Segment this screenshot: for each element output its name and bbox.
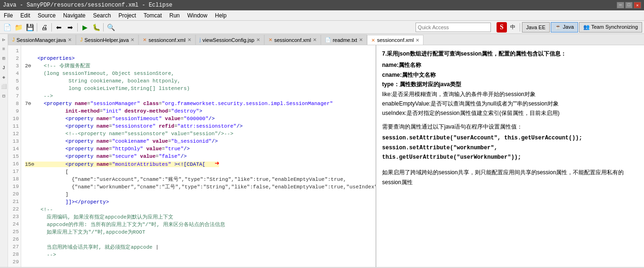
save-button[interactable]: 💾 [24,22,35,32]
tab-readme[interactable]: 📄 readme.txt ✕ [321,34,367,45]
tab-viewsessionconfig[interactable]: j viewSessionConfig.jsp ✕ [196,34,264,45]
eclipse-logo: S [497,22,507,32]
tab-icon-viewsessionconfig: j [200,37,201,42]
code-line-10: <property name="sessionstore" refid="att… [25,123,243,129]
menu-tomcat[interactable]: Tomcat [140,10,166,20]
tab-close-readme[interactable]: ✕ [359,37,363,42]
code-editor-pane: 1234567891011121314151617181920212223242… [8,45,375,267]
tab-sessionconf-1[interactable]: ✕ sessionconf.xml ✕ [139,34,195,45]
tab-close-viewsessionconfig[interactable]: ✕ [256,37,260,42]
titlebar-controls: ─ □ ✕ [617,2,641,8]
back-button[interactable]: ⬅ [54,22,64,32]
panel-icon-7[interactable]: ⊟ [0,92,8,100]
code-line-21: <!-- [25,207,53,212]
minimize-button[interactable]: ─ [617,2,624,8]
team-sync-button[interactable]: 👥 Team Synchronizing [579,22,642,32]
doc-item-like: like:是否采用模糊查询，查询输入的条件串开始的session对象 [382,89,643,99]
toolbar-sep-1 [37,23,37,32]
lang-button[interactable]: 中 [508,22,518,32]
titlebar: Java - SanyPDP/resources/sessionconf.xml… [0,0,644,10]
tab-label-sessionconf-2: sessionconf.xml [274,37,311,43]
code-line-14: <property name="secure" value="false"/> [25,154,187,159]
menu-edit[interactable]: Edit [16,10,34,20]
panel-icon-6[interactable]: ⬜ [0,83,8,90]
code-line-17: {"name":"userAccount","cname":"账号","type… [25,177,346,182]
tab-sessionmanager[interactable]: J SessionManager.java ✕ [8,34,76,45]
code-line-8: init-method="init" destroy-method="destr… [25,108,202,114]
panel-icon-3[interactable]: ⊞ [0,55,8,62]
print-button[interactable]: 🖨 [39,22,49,32]
debug-button[interactable]: 🐛 [91,22,101,32]
code-line-18: {"name":"worknumber","cname":"工号","type"… [25,184,375,190]
panel-icon-1[interactable]: ⊳ [0,36,8,43]
tab-close-sessionhelper[interactable]: ✕ [130,37,134,42]
doc-code-line-1: session.setAttribute("userAccount", this… [382,133,643,143]
tab-sessionconf-active[interactable]: ✕ sessionconf.xml ✕ [367,35,424,45]
tab-icon-readme: 📄 [325,37,331,42]
code-line-26: 当启用跨域会话共享时, 就必须指定appcode | [25,244,159,250]
code-line-7: 7⊖ <property name="sessionManager" class… [25,101,333,106]
run-button[interactable]: ▶ [80,22,90,32]
quickaccess-input[interactable] [416,23,491,32]
tab-icon-sessionconf-1: ✕ [143,37,147,42]
tab-sessionhelper[interactable]: J SessionHelper.java ✕ [76,34,139,45]
code-line-3: (long sessionTimeout, Object sessionStor… [25,71,174,76]
doc-code-line-2: session.setAttribute("worknumber", [382,143,643,153]
menu-file[interactable]: File [0,10,16,20]
code-line-20: ]]></property> [25,199,109,205]
right-documentation-panel: 7.采用json数组进行配置可查询session属性，配置的属性包含以下信息： … [375,45,644,267]
panel-icon-2[interactable]: ≡ [0,45,8,53]
doc-code-block: session.setAttribute("userAccount", this… [382,133,643,162]
java-perspective-button[interactable]: ☕ Java [551,22,578,32]
panel-icon-4[interactable]: J [0,64,8,72]
open-button[interactable]: 📁 [13,22,24,32]
menu-project[interactable]: Project [114,10,139,20]
toolbar-sep-3 [77,23,78,32]
tab-close-sessionconf-2[interactable]: ✕ [313,37,317,42]
menu-navigate[interactable]: Navigate [59,10,89,20]
code-line-12: <property name="cookiename" value="b_ses… [25,138,218,144]
menu-source[interactable]: Source [34,10,59,20]
tab-label-sessionhelper: SessionHelper.java [84,37,129,43]
code-line-16: [ [25,169,68,175]
tab-label-sessionconf-1: sessionconf.xml [148,37,185,43]
new-button[interactable]: 📄 [2,22,12,32]
code-area[interactable]: <properties> 2⊖ <!-- 令牌服务配置 (long sessio… [21,45,375,267]
code-line-15: 15⊖ <property name="monitorAttributes" >… [25,162,219,167]
doc-code-line-3: this.getUserAttribute("userWorknumber"))… [382,153,643,162]
code-line-4: String cookiename, boolean httponly, [25,78,180,84]
tab-close-sessionconf-active[interactable]: ✕ [416,38,419,43]
menu-help[interactable]: Help [211,10,230,20]
code-line-11: <!--<property name="sessionstore" value=… [25,131,233,137]
tab-label-readme: readme.txt [333,37,357,43]
tab-close-sessionconf-1[interactable]: ✕ [187,37,191,42]
left-panel: ⊳ ≡ ⊞ J ◈ ⬜ ⊟ [0,34,8,267]
doc-item-name: name:属性名称 [382,60,643,70]
tab-close-sessionmanager[interactable]: ✕ [68,37,72,42]
doc-footer: 如果启用了跨域跨站的session共享，则只能配置应用间共享的session属性… [382,168,643,187]
tab-sessionconf-2[interactable]: ✕ sessionconf.xml ✕ [264,34,321,45]
doc-item-useindex: useIndex:是否对指定的session属性值建立索引(保留属性，目前未启用… [382,108,643,118]
close-button[interactable]: ✕ [634,2,641,8]
search-toolbar-button[interactable]: 🔍 [106,22,116,32]
code-line-19: ] [25,192,68,197]
menu-window[interactable]: Window [184,10,212,20]
doc-item-enableempty: enableEmptyValue:是否可以查询属性值为null或者为""串的se… [382,99,643,108]
editor-area: J SessionManager.java ✕ J SessionHelper.… [8,34,644,267]
tab-icon-sessionmanager: J [12,37,15,42]
tab-icon-sessionconf-2: ✕ [269,37,272,42]
code-line-27: --> [25,252,56,258]
code-line-1: <properties> [25,56,75,61]
maximize-button[interactable]: □ [625,2,633,8]
javaee-perspective-button[interactable]: Java EE [522,22,550,32]
doc-code-intro: 需要查询的属性通过以下java语句在程序中设置属性值： [382,122,643,131]
editor-content: 1234567891011121314151617181920212223242… [8,45,644,267]
menu-search[interactable]: Search [89,10,114,20]
toolbar-sep-5 [520,23,520,32]
doc-item-type: type：属性数据对应的java类型 [382,80,643,89]
menu-run[interactable]: Run [166,10,184,20]
code-line-23: appcode的作用: 当所有的应用上下文为"/"时, 用来区分各站点的合法信息 [25,222,225,227]
forward-button[interactable]: ➡ [65,22,75,32]
panel-icon-5[interactable]: ◈ [0,73,8,81]
main-area: ⊳ ≡ ⊞ J ◈ ⬜ ⊟ J SessionManager.java ✕ J … [0,34,644,267]
